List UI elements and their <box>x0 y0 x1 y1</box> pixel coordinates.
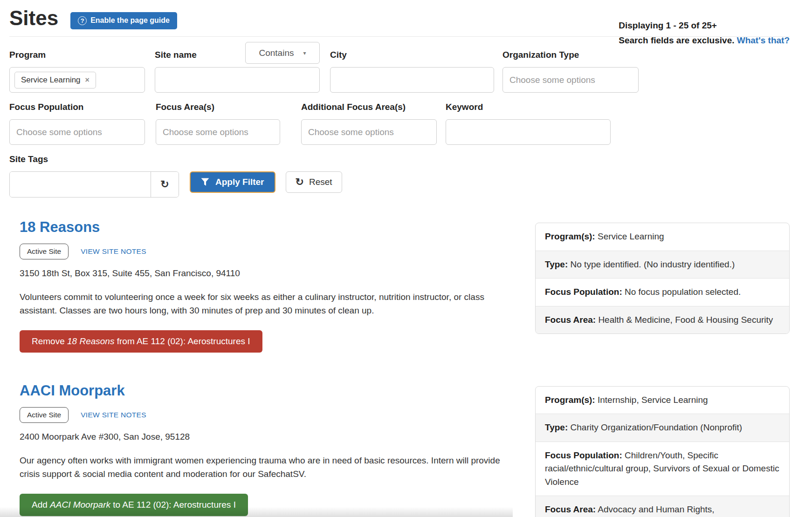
detail-value: Charity Organization/Foundation (Nonprof… <box>571 422 743 432</box>
focus-population-placeholder: Choose some options <box>16 127 102 137</box>
view-site-notes-link[interactable]: VIEW SITE NOTES <box>81 247 146 256</box>
site-name-input[interactable] <box>155 67 320 93</box>
remove-site-button[interactable]: Remove 18 Reasons from AE 112 (02): Aero… <box>20 330 262 353</box>
detail-label: Focus Population: <box>545 450 622 460</box>
action-site-name: 18 Reasons <box>67 336 114 346</box>
site-row-aaci-moorpark: AACI Moorpark Active Site VIEW SITE NOTE… <box>20 382 790 517</box>
site-row-18-reasons: 18 Reasons Active Site VIEW SITE NOTES 3… <box>20 219 790 353</box>
organization-type-placeholder: Choose some options <box>509 75 595 85</box>
detail-label: Program(s): <box>545 395 595 405</box>
reset-button[interactable]: ↻ Reset <box>286 171 342 193</box>
program-multiselect[interactable]: Service Learning × <box>9 67 145 93</box>
whats-that-link[interactable]: What's that? <box>737 35 790 45</box>
organization-type-label: Organization Type <box>502 50 639 60</box>
keyword-label: Keyword <box>446 102 611 112</box>
filter-group-city: City <box>330 50 494 93</box>
focus-areas-placeholder: Choose some options <box>163 127 248 137</box>
program-selected-tag[interactable]: Service Learning × <box>14 72 96 88</box>
filter-funnel-icon <box>201 178 209 186</box>
view-site-notes-link[interactable]: VIEW SITE NOTES <box>81 411 146 419</box>
site-tags-input[interactable] <box>10 172 151 197</box>
city-label: City <box>330 50 494 60</box>
filter-group-site-name: Site name Contains ▾ <box>155 50 320 93</box>
filter-form: Program Service Learning × Site name Con… <box>9 37 790 197</box>
enable-page-guide-label: Enable the page guide <box>90 16 170 25</box>
detail-label: Focus Area: <box>545 504 596 514</box>
city-input[interactable] <box>330 67 494 93</box>
apply-filter-label: Apply Filter <box>215 177 264 187</box>
detail-value: Health & Medicine, Food & Housing Securi… <box>598 315 773 325</box>
filter-group-focus-population: Focus Population Choose some options <box>9 102 145 145</box>
additional-focus-areas-placeholder: Choose some options <box>308 127 394 137</box>
remove-tag-icon[interactable]: × <box>85 76 89 84</box>
question-circle-icon: ? <box>78 16 87 25</box>
program-tag-label: Service Learning <box>21 75 81 85</box>
reset-refresh-icon: ↻ <box>296 177 304 187</box>
reset-label: Reset <box>309 177 332 187</box>
detail-row-focus-population: Focus Population: No focus population se… <box>536 278 789 306</box>
site-tags-input-group: ↻ <box>9 171 179 197</box>
site-main-content: AACI Moorpark Active Site VIEW SITE NOTE… <box>20 382 506 516</box>
detail-value: No type identified. (No industry identif… <box>571 259 735 269</box>
detail-value: Advocacy and Human Rights, <box>598 504 714 514</box>
site-name-link[interactable]: 18 Reasons <box>20 219 100 235</box>
organization-type-multiselect[interactable]: Choose some options <box>502 67 639 93</box>
site-results-list: 18 Reasons Active Site VIEW SITE NOTES 3… <box>9 219 790 517</box>
detail-row-focus-area: Focus Area: Health & Medicine, Food & Ho… <box>536 306 789 334</box>
focus-areas-multiselect[interactable]: Choose some options <box>156 119 280 145</box>
sites-page: Sites ? Enable the page guide Displaying… <box>0 0 812 517</box>
match-select-value: Contains <box>259 48 294 58</box>
detail-label: Type: <box>545 422 568 432</box>
site-details-panel: Program(s): Internship, Service Learning… <box>535 386 790 517</box>
site-address: 2400 Moorpark Ave #300, San Jose, 95128 <box>20 432 506 442</box>
program-label: Program <box>9 50 145 60</box>
detail-row-programs: Program(s): Service Learning <box>536 223 789 251</box>
detail-label: Type: <box>545 259 568 269</box>
caret-down-icon: ▾ <box>303 50 306 56</box>
page-title: Sites <box>9 8 58 28</box>
detail-label: Focus Area: <box>545 315 596 325</box>
detail-row-type: Type: Charity Organization/Foundation (N… <box>536 414 789 442</box>
site-address: 3150 18th St, Box 315, Suite 455, San Fr… <box>20 268 506 279</box>
action-suffix: from AE 112 (02): Aerostructures I <box>114 336 250 346</box>
detail-value: No focus population selected. <box>625 287 741 297</box>
site-name-link[interactable]: AACI Moorpark <box>20 382 125 399</box>
search-exclusive-note: Search fields are exclusive. What's that… <box>619 35 790 46</box>
focus-population-multiselect[interactable]: Choose some options <box>9 119 145 145</box>
detail-row-focus-area: Focus Area: Advocacy and Human Rights, <box>536 496 789 517</box>
filter-group-program: Program Service Learning × <box>9 50 145 93</box>
filter-group-additional-focus-areas: Additional Focus Area(s) Choose some opt… <box>301 102 437 145</box>
site-tags-label: Site Tags <box>9 154 790 164</box>
filter-group-focus-areas: Focus Area(s) Choose some options <box>156 102 280 145</box>
additional-focus-areas-multiselect[interactable]: Choose some options <box>301 119 437 145</box>
exclusive-note-text: Search fields are exclusive. <box>619 35 737 45</box>
status-badge: Active Site <box>20 407 69 423</box>
focus-areas-label: Focus Area(s) <box>156 102 280 112</box>
add-site-button[interactable]: Add AACI Moorpark to AE 112 (02): Aerost… <box>20 494 248 516</box>
apply-filter-button[interactable]: Apply Filter <box>190 171 275 193</box>
filter-group-keyword: Keyword <box>446 102 611 145</box>
detail-label: Program(s): <box>545 231 595 241</box>
detail-row-type: Type: No type identified. (No industry i… <box>536 251 789 279</box>
status-badge: Active Site <box>20 244 69 259</box>
filter-group-organization-type: Organization Type Choose some options <box>502 50 639 93</box>
results-info: Displaying 1 - 25 of 25+ Search fields a… <box>619 20 790 46</box>
keyword-input[interactable] <box>446 119 611 145</box>
action-prefix: Add <box>32 500 50 510</box>
site-details-panel: Program(s): Service Learning Type: No ty… <box>535 223 790 334</box>
detail-row-programs: Program(s): Internship, Service Learning <box>536 387 789 414</box>
site-description: Our agency often works with immigrant wo… <box>20 454 506 481</box>
focus-population-label: Focus Population <box>9 102 145 112</box>
detail-label: Focus Population: <box>545 287 622 297</box>
site-description: Volunteers commit to volunteering once a… <box>20 290 506 318</box>
detail-value: Internship, Service Learning <box>598 395 708 405</box>
additional-focus-areas-label: Additional Focus Area(s) <box>301 102 437 112</box>
detail-value: Service Learning <box>598 231 664 241</box>
detail-row-focus-population: Focus Population: Children/Youth, Specif… <box>536 442 789 496</box>
site-main-content: 18 Reasons Active Site VIEW SITE NOTES 3… <box>20 219 506 353</box>
refresh-icon: ↻ <box>160 179 169 190</box>
action-prefix: Remove <box>32 336 67 346</box>
site-tags-refresh-button[interactable]: ↻ <box>151 172 179 197</box>
site-name-match-select[interactable]: Contains ▾ <box>245 42 320 64</box>
enable-page-guide-button[interactable]: ? Enable the page guide <box>70 12 177 29</box>
